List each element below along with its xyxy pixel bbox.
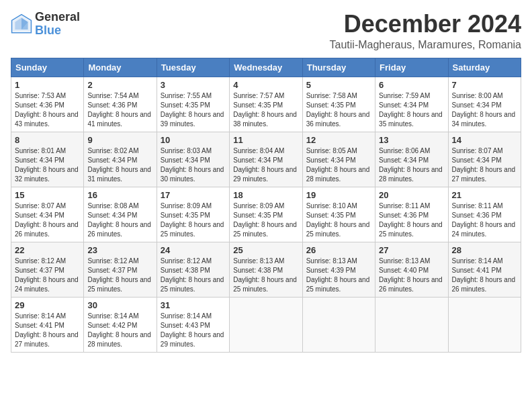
day-info: Sunrise: 8:14 AMSunset: 4:41 PMDaylight:…: [15, 312, 80, 349]
calendar-cell: [448, 297, 521, 352]
day-info: Sunrise: 8:05 AMSunset: 4:34 PMDaylight:…: [306, 146, 371, 184]
day-number: 5: [306, 80, 371, 90]
calendar-cell: 19Sunrise: 8:10 AMSunset: 4:35 PMDayligh…: [302, 187, 375, 242]
day-number: 9: [87, 135, 152, 145]
day-number: 3: [161, 80, 226, 90]
calendar-cell: 1Sunrise: 7:53 AMSunset: 4:36 PMDaylight…: [11, 77, 84, 132]
column-header-friday: Friday: [375, 58, 448, 77]
day-info: Sunrise: 8:14 AMSunset: 4:43 PMDaylight:…: [161, 312, 226, 349]
day-info: Sunrise: 8:10 AMSunset: 4:35 PMDaylight:…: [306, 201, 371, 239]
calendar-cell: 26Sunrise: 8:13 AMSunset: 4:39 PMDayligh…: [302, 242, 375, 297]
day-info: Sunrise: 7:55 AMSunset: 4:35 PMDaylight:…: [161, 91, 226, 129]
day-number: 16: [87, 190, 152, 200]
calendar-cell: 15Sunrise: 8:07 AMSunset: 4:34 PMDayligh…: [11, 187, 84, 242]
day-number: 23: [87, 245, 152, 255]
day-number: 18: [233, 190, 298, 200]
day-number: 19: [306, 190, 371, 200]
calendar-cell: 9Sunrise: 8:02 AMSunset: 4:34 PMDaylight…: [84, 132, 157, 187]
day-info: Sunrise: 8:12 AMSunset: 4:37 PMDaylight:…: [15, 257, 80, 294]
day-info: Sunrise: 8:11 AMSunset: 4:36 PMDaylight:…: [379, 201, 444, 239]
calendar-cell: 10Sunrise: 8:03 AMSunset: 4:34 PMDayligh…: [157, 132, 229, 187]
calendar-week-row: 8Sunrise: 8:01 AMSunset: 4:34 PMDaylight…: [11, 132, 521, 187]
day-info: Sunrise: 8:07 AMSunset: 4:34 PMDaylight:…: [15, 201, 80, 239]
calendar-cell: 7Sunrise: 8:00 AMSunset: 4:34 PMDaylight…: [448, 77, 521, 132]
day-info: Sunrise: 8:13 AMSunset: 4:40 PMDaylight:…: [379, 257, 444, 294]
day-number: 26: [306, 245, 371, 255]
calendar-cell: 6Sunrise: 7:59 AMSunset: 4:34 PMDaylight…: [375, 77, 448, 132]
day-number: 4: [233, 80, 298, 90]
day-info: Sunrise: 7:53 AMSunset: 4:36 PMDaylight:…: [15, 91, 80, 129]
day-number: 29: [15, 300, 80, 310]
day-number: 2: [87, 80, 152, 90]
day-info: Sunrise: 8:02 AMSunset: 4:34 PMDaylight:…: [87, 146, 152, 184]
calendar-cell: 14Sunrise: 8:07 AMSunset: 4:34 PMDayligh…: [448, 132, 521, 187]
day-number: 8: [15, 135, 80, 145]
calendar-week-row: 1Sunrise: 7:53 AMSunset: 4:36 PMDaylight…: [11, 77, 521, 132]
day-number: 24: [161, 245, 226, 255]
calendar-cell: 24Sunrise: 8:12 AMSunset: 4:38 PMDayligh…: [157, 242, 229, 297]
calendar-cell: [230, 297, 302, 352]
day-info: Sunrise: 7:58 AMSunset: 4:35 PMDaylight:…: [306, 91, 371, 129]
day-info: Sunrise: 8:04 AMSunset: 4:34 PMDaylight:…: [233, 146, 298, 184]
column-header-saturday: Saturday: [448, 58, 521, 77]
calendar-cell: 28Sunrise: 8:14 AMSunset: 4:41 PMDayligh…: [448, 242, 521, 297]
day-number: 7: [452, 80, 517, 90]
calendar-cell: [302, 297, 375, 352]
title-area: December 2024 Tautii-Magheraus, Maramure…: [330, 11, 521, 51]
calendar-cell: 29Sunrise: 8:14 AMSunset: 4:41 PMDayligh…: [11, 297, 84, 352]
calendar-cell: 23Sunrise: 8:12 AMSunset: 4:37 PMDayligh…: [84, 242, 157, 297]
day-number: 10: [161, 135, 226, 145]
calendar-cell: 4Sunrise: 7:57 AMSunset: 4:35 PMDaylight…: [230, 77, 302, 132]
calendar-cell: 22Sunrise: 8:12 AMSunset: 4:37 PMDayligh…: [11, 242, 84, 297]
day-number: 6: [379, 80, 444, 90]
calendar-cell: 8Sunrise: 8:01 AMSunset: 4:34 PMDaylight…: [11, 132, 84, 187]
calendar-cell: 18Sunrise: 8:09 AMSunset: 4:35 PMDayligh…: [230, 187, 302, 242]
calendar-cell: 27Sunrise: 8:13 AMSunset: 4:40 PMDayligh…: [375, 242, 448, 297]
day-info: Sunrise: 8:11 AMSunset: 4:36 PMDaylight:…: [452, 201, 517, 239]
calendar-cell: 12Sunrise: 8:05 AMSunset: 4:34 PMDayligh…: [302, 132, 375, 187]
month-title: December 2024: [330, 11, 521, 38]
calendar-week-row: 29Sunrise: 8:14 AMSunset: 4:41 PMDayligh…: [11, 297, 521, 352]
calendar-cell: 2Sunrise: 7:54 AMSunset: 4:36 PMDaylight…: [84, 77, 157, 132]
day-number: 14: [452, 135, 517, 145]
calendar-cell: 5Sunrise: 7:58 AMSunset: 4:35 PMDaylight…: [302, 77, 375, 132]
day-number: 25: [233, 245, 298, 255]
day-number: 12: [306, 135, 371, 145]
day-number: 30: [87, 300, 152, 310]
calendar-cell: 31Sunrise: 8:14 AMSunset: 4:43 PMDayligh…: [157, 297, 229, 352]
day-info: Sunrise: 8:09 AMSunset: 4:35 PMDaylight:…: [233, 201, 298, 239]
location-subtitle: Tautii-Magheraus, Maramures, Romania: [330, 39, 521, 51]
day-info: Sunrise: 8:13 AMSunset: 4:38 PMDaylight:…: [233, 257, 298, 294]
calendar-table: SundayMondayTuesdayWednesdayThursdayFrid…: [11, 58, 521, 353]
day-number: 31: [161, 300, 226, 310]
calendar-cell: 11Sunrise: 8:04 AMSunset: 4:34 PMDayligh…: [230, 132, 302, 187]
calendar-week-row: 22Sunrise: 8:12 AMSunset: 4:37 PMDayligh…: [11, 242, 521, 297]
calendar-cell: 13Sunrise: 8:06 AMSunset: 4:34 PMDayligh…: [375, 132, 448, 187]
day-info: Sunrise: 8:07 AMSunset: 4:34 PMDaylight:…: [452, 146, 517, 184]
column-header-monday: Monday: [84, 58, 157, 77]
day-info: Sunrise: 8:06 AMSunset: 4:34 PMDaylight:…: [379, 146, 444, 184]
day-info: Sunrise: 8:03 AMSunset: 4:34 PMDaylight:…: [161, 146, 226, 184]
calendar-week-row: 15Sunrise: 8:07 AMSunset: 4:34 PMDayligh…: [11, 187, 521, 242]
day-info: Sunrise: 8:08 AMSunset: 4:34 PMDaylight:…: [87, 201, 152, 239]
column-header-wednesday: Wednesday: [230, 58, 302, 77]
calendar-header-row: SundayMondayTuesdayWednesdayThursdayFrid…: [11, 58, 521, 77]
day-number: 20: [379, 190, 444, 200]
day-info: Sunrise: 8:00 AMSunset: 4:34 PMDaylight:…: [452, 91, 517, 129]
logo-icon: [11, 13, 32, 35]
day-number: 11: [233, 135, 298, 145]
logo: General Blue: [11, 11, 80, 38]
column-header-sunday: Sunday: [11, 58, 84, 77]
calendar-cell: 20Sunrise: 8:11 AMSunset: 4:36 PMDayligh…: [375, 187, 448, 242]
column-header-tuesday: Tuesday: [157, 58, 229, 77]
day-info: Sunrise: 8:09 AMSunset: 4:35 PMDaylight:…: [161, 201, 226, 239]
column-header-thursday: Thursday: [302, 58, 375, 77]
day-number: 15: [15, 190, 80, 200]
day-info: Sunrise: 7:57 AMSunset: 4:35 PMDaylight:…: [233, 91, 298, 129]
day-info: Sunrise: 7:54 AMSunset: 4:36 PMDaylight:…: [87, 91, 152, 129]
calendar-cell: [375, 297, 448, 352]
calendar-cell: 17Sunrise: 8:09 AMSunset: 4:35 PMDayligh…: [157, 187, 229, 242]
day-info: Sunrise: 8:12 AMSunset: 4:37 PMDaylight:…: [87, 257, 152, 294]
day-info: Sunrise: 8:14 AMSunset: 4:42 PMDaylight:…: [87, 312, 152, 349]
day-info: Sunrise: 8:13 AMSunset: 4:39 PMDaylight:…: [306, 257, 371, 294]
